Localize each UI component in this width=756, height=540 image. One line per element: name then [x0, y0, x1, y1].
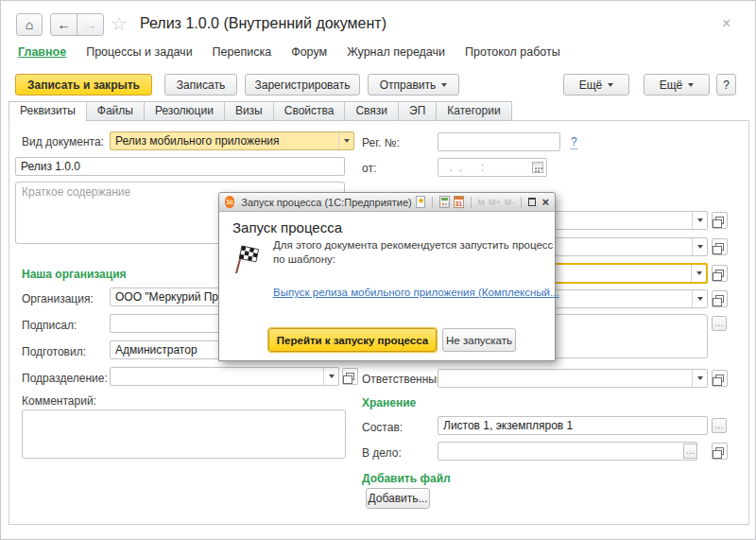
maximize-icon[interactable]	[528, 198, 536, 206]
memory-m-minus-button[interactable]: M-	[505, 198, 515, 207]
menu-item-perepiska[interactable]: Переписка	[213, 44, 272, 60]
forward-button[interactable]: →	[77, 13, 104, 36]
comment-field[interactable]	[22, 409, 346, 459]
covered-field-1-open-button[interactable]	[712, 212, 728, 229]
responsible-open-button[interactable]	[712, 370, 728, 387]
storage-section-heading: Хранение	[362, 396, 416, 409]
window-close-icon[interactable]: ×	[722, 16, 730, 31]
home-button[interactable]: ⌂	[16, 13, 43, 36]
more-left-button[interactable]: Ещё	[563, 74, 629, 96]
responsible-dropdown[interactable]	[692, 370, 707, 387]
date-placeholder: . . :	[443, 161, 484, 174]
menu-item-protokol[interactable]: Протокол работы	[465, 44, 560, 60]
titlebar-separator	[432, 197, 433, 208]
responsible-field[interactable]	[438, 369, 708, 388]
tab-rezolyucii[interactable]: Резолюции	[144, 101, 225, 121]
covered-field-4-open-button[interactable]	[712, 290, 728, 307]
covered-field-3-dropdown[interactable]	[691, 265, 706, 282]
doc-kind-dropdown[interactable]	[338, 132, 353, 149]
dialog-titlebar[interactable]: 1с Запуск процесса (1С:Предприятие) 31 M…	[219, 193, 555, 212]
preparer-value: Администратор	[115, 343, 198, 357]
summary-placeholder: Краткое содержание	[22, 185, 130, 199]
doc-kind-field[interactable]: Релиз мобильного приложения	[110, 131, 354, 150]
favorites-icon[interactable]	[416, 196, 426, 208]
covered-field-2-open-button[interactable]	[712, 238, 728, 255]
save-button[interactable]: Записать	[164, 74, 237, 96]
memory-m-button[interactable]: M	[478, 198, 486, 207]
signer-label: Подписал:	[22, 319, 77, 332]
chevron-down-icon	[441, 83, 447, 87]
covered-field-4-dropdown[interactable]	[692, 290, 707, 307]
start-process-button[interactable]: Перейти к запуску процесса	[268, 328, 437, 352]
help-button[interactable]: ?	[716, 74, 736, 96]
page-title: Релиз 1.0.0 (Внутренний документ)	[140, 15, 387, 32]
composition-field[interactable]: Листов 1, экземпляров 1	[438, 416, 708, 435]
open-subform-icon	[715, 375, 724, 382]
menu-bar: Главное Процессы и задачи Переписка Фору…	[18, 44, 560, 60]
back-button[interactable]: ←	[50, 13, 77, 36]
more-right-button[interactable]: Ещё	[644, 74, 710, 96]
save-and-close-label: Записать и закрыть	[27, 78, 140, 92]
chevron-down-icon	[697, 245, 703, 249]
menu-item-forum[interactable]: Форум	[291, 44, 327, 60]
dialog-heading: Запуск процесса	[232, 219, 342, 235]
tab-fayly[interactable]: Файлы	[86, 101, 145, 121]
chevron-down-icon	[697, 376, 703, 380]
name-field[interactable]: Релиз 1.0.0	[15, 157, 345, 176]
covered-textarea-ellipsis-button[interactable]: …	[712, 316, 727, 331]
department-open-button[interactable]	[342, 368, 358, 385]
date-field[interactable]: . . :	[438, 158, 547, 177]
chevron-down-icon	[608, 83, 613, 87]
calendar-day: 31	[455, 200, 463, 208]
do-not-start-button[interactable]: Не запускать	[442, 328, 516, 352]
tab-svoystva[interactable]: Свойства	[273, 101, 346, 121]
register-button[interactable]: Зарегистрировать	[245, 74, 360, 96]
titlebar-separator	[521, 197, 522, 208]
tab-strip: Реквизиты Файлы Резолюции Визы Свойства …	[9, 101, 512, 121]
doc-kind-label: Вид документа:	[22, 135, 104, 148]
more-left-label: Ещё	[579, 78, 603, 92]
save-label: Записать	[177, 78, 225, 92]
menu-item-glavnoe[interactable]: Главное	[18, 44, 66, 60]
menu-item-zhurnal[interactable]: Журнал передачи	[347, 44, 445, 60]
favorite-star-icon[interactable]: ☆	[111, 14, 128, 33]
calculator-icon[interactable]	[439, 196, 450, 208]
send-button[interactable]: Отправить	[368, 74, 459, 96]
department-field[interactable]	[110, 367, 339, 386]
tab-vizy[interactable]: Визы	[224, 101, 274, 121]
composition-ellipsis-button[interactable]: …	[712, 418, 727, 433]
more-right-label: Ещё	[660, 78, 683, 92]
process-start-dialog: 1с Запуск процесса (1С:Предприятие) 31 M…	[218, 192, 556, 361]
covered-field-3-open-button[interactable]	[712, 265, 728, 282]
tab-ep[interactable]: ЭП	[398, 101, 437, 121]
department-dropdown[interactable]	[323, 368, 338, 385]
memory-m-plus-button[interactable]: M+	[489, 198, 501, 207]
menu-item-processy[interactable]: Процессы и задачи	[86, 44, 192, 60]
open-subform-icon	[346, 373, 354, 380]
case-field[interactable]	[438, 442, 697, 461]
name-value: Релиз 1.0.0	[21, 160, 80, 173]
help-icon: ?	[723, 78, 730, 92]
tab-kategorii[interactable]: Категории	[436, 101, 511, 121]
add-file-section-heading: Добавить файл	[362, 472, 451, 485]
chevron-down-icon	[697, 218, 703, 222]
add-file-button[interactable]: Добавить...	[366, 488, 430, 509]
back-icon: ←	[58, 18, 71, 31]
reg-help-link[interactable]: ?	[571, 135, 577, 149]
save-and-close-button[interactable]: Записать и закрыть	[15, 74, 152, 96]
dialog-close-icon[interactable]: ×	[541, 196, 549, 208]
send-label: Отправить	[380, 78, 437, 92]
case-ellipsis-button[interactable]: …	[683, 444, 697, 459]
tab-rekvizity[interactable]: Реквизиты	[9, 101, 87, 121]
tab-svyazi[interactable]: Связи	[344, 101, 399, 121]
covered-field-2-dropdown[interactable]	[692, 238, 707, 255]
chevron-down-icon	[688, 83, 694, 87]
composition-value: Листов 1, экземпляров 1	[443, 419, 573, 432]
covered-field-1-dropdown[interactable]	[692, 212, 707, 229]
process-template-link[interactable]: Выпуск релиза мобильного приложения (Ком…	[273, 287, 559, 298]
org-section-heading: Наша организация	[22, 268, 127, 281]
case-open-button[interactable]	[712, 443, 728, 460]
calendar-picker-icon[interactable]	[532, 162, 543, 173]
calendar-icon[interactable]: 31	[454, 196, 464, 208]
reg-no-field[interactable]	[438, 132, 560, 151]
